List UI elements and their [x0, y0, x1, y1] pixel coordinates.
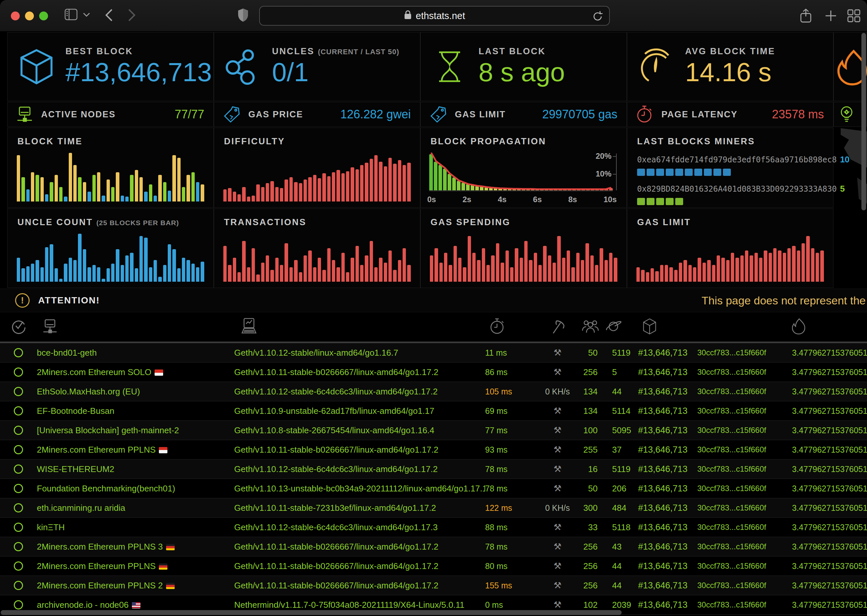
- forward-button[interactable]: [127, 9, 136, 22]
- node-table: bce-bnd01-gethGeth/v1.10.12-stable/linux…: [0, 312, 867, 616]
- pickaxe-idle-icon: ⚒: [554, 464, 562, 474]
- horizontal-scrollbar[interactable]: [1, 610, 622, 615]
- node-name[interactable]: archivenode.io - node06: [37, 600, 234, 610]
- node-name[interactable]: EF-Bootnode-Busan: [37, 406, 234, 416]
- status-check-icon[interactable]: [0, 319, 37, 336]
- bar: [403, 165, 406, 201]
- bar: [304, 255, 307, 282]
- node-total-difficulty: 3.477962715376051e+1: [773, 348, 867, 358]
- mining-pickaxe-icon[interactable]: [535, 318, 581, 336]
- node-name[interactable]: 2Miners.com Ethereum SOLO: [37, 367, 234, 377]
- bar: [475, 186, 479, 190]
- bar: [55, 268, 58, 282]
- bar: [820, 250, 824, 282]
- chart-title: TRANSACTIONS: [224, 217, 307, 228]
- bar: [177, 158, 181, 201]
- node-name[interactable]: bce-bnd01-geth: [37, 348, 234, 358]
- url-field[interactable]: ethstats.net: [259, 6, 610, 26]
- bar: [393, 270, 397, 282]
- node-total-difficulty: 3.477962715376051e+1: [773, 600, 867, 610]
- node-block-hash: 30ccf783...c15f660f: [697, 387, 773, 396]
- close-window-button[interactable]: [11, 11, 20, 20]
- chart-uncle-count: UNCLE COUNT (25 BLOCKS PER BAR): [7, 208, 214, 288]
- block-cube-icon[interactable]: [638, 318, 697, 336]
- zoom-window-button[interactable]: [39, 11, 48, 20]
- bar: [783, 253, 786, 282]
- bar: [88, 192, 91, 201]
- bar: [83, 182, 86, 201]
- node-name[interactable]: [Universa Blockchain] geth-mainnet-2: [37, 425, 234, 435]
- node-latency: 86 ms: [485, 368, 535, 377]
- chart-title: DIFFICULTY: [224, 137, 285, 147]
- node-block-hash: 30ccf783...c15f660f: [697, 542, 773, 551]
- vertical-scrollbar[interactable]: [861, 33, 866, 211]
- y-tick-label: 20%: [596, 152, 611, 161]
- new-tab-icon[interactable]: [825, 10, 837, 22]
- node-client-version: Geth/v1.10.8-stable-26675454/linux-amd64…: [234, 425, 485, 435]
- node-monitor-icon[interactable]: [37, 318, 234, 336]
- node-total-difficulty: 3.477962715376051e+1: [773, 484, 867, 493]
- bar: [434, 248, 438, 282]
- shield-icon[interactable]: [238, 8, 249, 22]
- bar: [64, 264, 67, 282]
- bar: [806, 236, 809, 282]
- node-name[interactable]: 2Miners.com Ethereum PPLNS: [37, 445, 234, 455]
- mini-stat-label: GAS LIMIT: [455, 110, 506, 119]
- node-pending: 484: [600, 503, 638, 513]
- bar: [177, 268, 181, 282]
- peers-people-icon[interactable]: [581, 319, 600, 335]
- node-client-version: Geth/v1.10.13-unstable-bc0b34a9-20211112…: [234, 484, 485, 494]
- back-button[interactable]: [105, 9, 113, 22]
- bar: [403, 248, 406, 282]
- node-name[interactable]: WISE-ETHEREUM2: [37, 464, 234, 474]
- node-last-block: #13,646,713: [638, 542, 697, 552]
- bar: [97, 267, 100, 282]
- node-name[interactable]: 2Miners.com Ethereum PPLNS 3: [37, 542, 234, 552]
- node-peers: 256: [581, 542, 600, 552]
- chart-gas-spending: GAS SPENDING: [420, 208, 627, 288]
- chevron-down-icon[interactable]: [83, 13, 90, 17]
- pending-saturn-icon[interactable]: [600, 319, 638, 335]
- bar: [726, 260, 730, 282]
- node-latency: 78 ms: [485, 542, 535, 552]
- reload-icon[interactable]: [592, 11, 603, 25]
- bar: [130, 175, 133, 201]
- share-icon[interactable]: [800, 9, 812, 23]
- bar: [125, 196, 129, 201]
- bar: [374, 267, 378, 282]
- node-total-difficulty: 3.477962715376051e+1: [773, 368, 867, 377]
- node-last-block: #13,646,713: [638, 425, 697, 435]
- node-name[interactable]: eth.icanmining.ru aridia: [37, 503, 234, 513]
- bar: [356, 169, 359, 201]
- bar: [379, 258, 382, 282]
- bar: [365, 163, 368, 201]
- bar: [750, 255, 753, 282]
- node-name[interactable]: 2Miners.com Ethereum PPLNS: [37, 561, 234, 571]
- node-name[interactable]: 2Miners.com Ethereum PPLNS 2: [37, 580, 234, 591]
- bar: [491, 255, 494, 282]
- latency-stopwatch-icon[interactable]: [485, 318, 535, 336]
- client-laptop-icon[interactable]: [234, 318, 485, 336]
- bar: [480, 186, 483, 190]
- node-name[interactable]: Foundation Benchmarking(bench01): [37, 484, 234, 494]
- bar: [242, 241, 245, 282]
- bar: [201, 262, 204, 282]
- bar: [816, 253, 819, 282]
- bar: [172, 249, 176, 282]
- miner-address[interactable]: 0xea674fdde714fd979de3edf0f56aa9716b898e…: [637, 155, 837, 164]
- difficulty-flame-icon[interactable]: [773, 318, 867, 336]
- bar: [494, 188, 497, 190]
- bar: [318, 178, 321, 201]
- bar: [370, 241, 373, 282]
- node-client-version: Geth/v1.10.12-stable/linux-amd64/go1.16.…: [234, 348, 485, 358]
- page-latency-value: 23578 ms: [772, 107, 824, 121]
- miner-address[interactable]: 0x829BD824B016326A401d083B33D092293333A8…: [637, 184, 837, 193]
- bar: [280, 265, 283, 282]
- bar: [683, 260, 687, 282]
- stat-gas-limit: GAS LIMIT 29970705 gas: [420, 102, 627, 127]
- tab-overview-icon[interactable]: [847, 9, 861, 22]
- sidebar-toggle-icon[interactable]: [65, 9, 78, 20]
- minimize-window-button[interactable]: [25, 11, 34, 20]
- node-name[interactable]: EthSolo.MaxHash.org (EU): [37, 387, 234, 397]
- node-name[interactable]: kinΞTH: [37, 522, 234, 533]
